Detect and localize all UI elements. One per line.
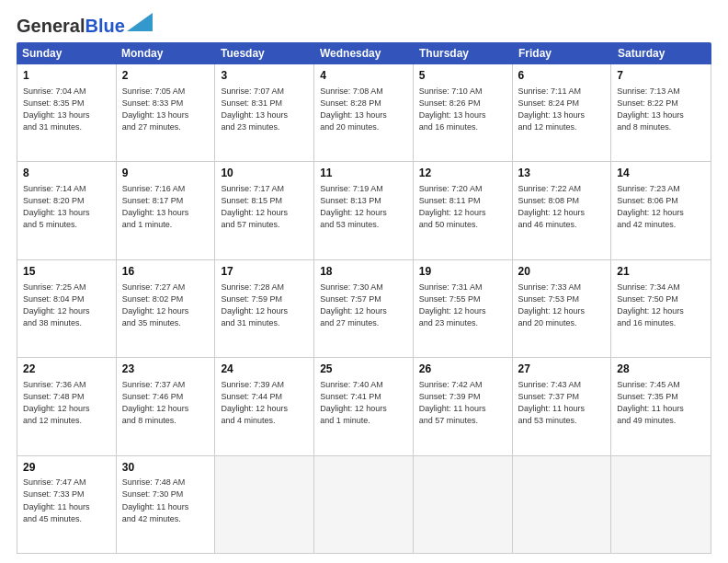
calendar-cell: 17Sunrise: 7:28 AM Sunset: 7:59 PM Dayli…	[215, 260, 314, 357]
day-info: Sunrise: 7:34 AM Sunset: 7:50 PM Dayligh…	[617, 282, 705, 329]
day-info: Sunrise: 7:07 AM Sunset: 8:31 PM Dayligh…	[221, 86, 308, 133]
calendar-cell: 30Sunrise: 7:48 AM Sunset: 7:30 PM Dayli…	[117, 456, 216, 553]
logo: GeneralBlue	[17, 17, 153, 35]
day-number: 25	[320, 362, 407, 377]
calendar-cell: 2Sunrise: 7:05 AM Sunset: 8:33 PM Daylig…	[117, 64, 216, 161]
day-number: 12	[419, 166, 506, 181]
day-number: 9	[122, 166, 210, 181]
day-number: 6	[518, 68, 606, 84]
calendar-cell: 29Sunrise: 7:47 AM Sunset: 7:33 PM Dayli…	[17, 456, 117, 553]
day-number: 20	[518, 264, 606, 280]
calendar-cell: 26Sunrise: 7:42 AM Sunset: 7:39 PM Dayli…	[414, 358, 513, 454]
calendar-cell	[314, 456, 414, 553]
calendar-cell	[611, 456, 711, 553]
day-info: Sunrise: 7:10 AM Sunset: 8:26 PM Dayligh…	[419, 86, 506, 133]
calendar-cell: 15Sunrise: 7:25 AM Sunset: 8:04 PM Dayli…	[17, 260, 117, 357]
calendar-cell: 1Sunrise: 7:04 AM Sunset: 8:35 PM Daylig…	[17, 64, 117, 161]
calendar-cell: 19Sunrise: 7:31 AM Sunset: 7:55 PM Dayli…	[414, 260, 513, 357]
calendar-cell: 5Sunrise: 7:10 AM Sunset: 8:26 PM Daylig…	[414, 64, 513, 161]
day-info: Sunrise: 7:36 AM Sunset: 7:48 PM Dayligh…	[23, 379, 110, 427]
header-friday: Friday	[513, 42, 612, 64]
day-number: 4	[320, 68, 407, 84]
day-info: Sunrise: 7:25 AM Sunset: 8:04 PM Dayligh…	[23, 282, 110, 329]
day-info: Sunrise: 7:23 AM Sunset: 8:06 PM Dayligh…	[617, 183, 705, 231]
calendar-cell: 13Sunrise: 7:22 AM Sunset: 8:08 PM Dayli…	[513, 162, 612, 259]
calendar-header: Sunday Monday Tuesday Wednesday Thursday…	[17, 42, 711, 64]
day-info: Sunrise: 7:43 AM Sunset: 7:37 PM Dayligh…	[518, 379, 606, 427]
day-number: 21	[617, 264, 705, 280]
header-wednesday: Wednesday	[314, 42, 414, 64]
calendar-cell: 22Sunrise: 7:36 AM Sunset: 7:48 PM Dayli…	[17, 358, 117, 454]
calendar-cell: 23Sunrise: 7:37 AM Sunset: 7:46 PM Dayli…	[117, 358, 216, 454]
calendar-cell: 18Sunrise: 7:30 AM Sunset: 7:57 PM Dayli…	[314, 260, 414, 357]
day-number: 17	[221, 264, 308, 280]
day-info: Sunrise: 7:20 AM Sunset: 8:11 PM Dayligh…	[419, 183, 506, 231]
calendar-cell: 27Sunrise: 7:43 AM Sunset: 7:37 PM Dayli…	[513, 358, 612, 454]
calendar-cell: 21Sunrise: 7:34 AM Sunset: 7:50 PM Dayli…	[611, 260, 711, 357]
day-number: 8	[23, 166, 110, 181]
calendar-cell	[513, 456, 612, 553]
day-number: 19	[419, 264, 506, 280]
calendar-cell: 8Sunrise: 7:14 AM Sunset: 8:20 PM Daylig…	[17, 162, 117, 259]
calendar-cell	[414, 456, 513, 553]
day-number: 23	[122, 362, 210, 377]
calendar-cell: 10Sunrise: 7:17 AM Sunset: 8:15 PM Dayli…	[215, 162, 314, 259]
header-thursday: Thursday	[414, 42, 513, 64]
day-number: 24	[221, 362, 308, 377]
calendar-cell: 14Sunrise: 7:23 AM Sunset: 8:06 PM Dayli…	[611, 162, 711, 259]
calendar-cell: 12Sunrise: 7:20 AM Sunset: 8:11 PM Dayli…	[414, 162, 513, 259]
day-info: Sunrise: 7:08 AM Sunset: 8:28 PM Dayligh…	[320, 86, 407, 133]
day-info: Sunrise: 7:05 AM Sunset: 8:33 PM Dayligh…	[122, 86, 210, 133]
calendar-cell: 11Sunrise: 7:19 AM Sunset: 8:13 PM Dayli…	[314, 162, 414, 259]
calendar-cell: 6Sunrise: 7:11 AM Sunset: 8:24 PM Daylig…	[513, 64, 612, 161]
calendar-cell: 4Sunrise: 7:08 AM Sunset: 8:28 PM Daylig…	[314, 64, 414, 161]
day-info: Sunrise: 7:11 AM Sunset: 8:24 PM Dayligh…	[518, 86, 606, 133]
day-number: 10	[221, 166, 308, 181]
calendar-body: 1Sunrise: 7:04 AM Sunset: 8:35 PM Daylig…	[17, 64, 711, 554]
header-monday: Monday	[116, 42, 215, 64]
day-info: Sunrise: 7:42 AM Sunset: 7:39 PM Dayligh…	[419, 379, 506, 427]
calendar-cell: 24Sunrise: 7:39 AM Sunset: 7:44 PM Dayli…	[215, 358, 314, 454]
day-info: Sunrise: 7:37 AM Sunset: 7:46 PM Dayligh…	[122, 379, 210, 427]
day-number: 1	[23, 68, 110, 84]
day-info: Sunrise: 7:45 AM Sunset: 7:35 PM Dayligh…	[617, 379, 705, 427]
day-number: 3	[221, 68, 308, 84]
calendar: Sunday Monday Tuesday Wednesday Thursday…	[17, 42, 711, 554]
day-info: Sunrise: 7:17 AM Sunset: 8:15 PM Dayligh…	[221, 183, 308, 231]
calendar-row: 29Sunrise: 7:47 AM Sunset: 7:33 PM Dayli…	[17, 456, 711, 553]
calendar-cell: 3Sunrise: 7:07 AM Sunset: 8:31 PM Daylig…	[215, 64, 314, 161]
calendar-cell: 25Sunrise: 7:40 AM Sunset: 7:41 PM Dayli…	[314, 358, 414, 454]
calendar-row: 22Sunrise: 7:36 AM Sunset: 7:48 PM Dayli…	[17, 358, 711, 455]
day-number: 11	[320, 166, 407, 181]
day-number: 16	[122, 264, 210, 280]
calendar-cell: 7Sunrise: 7:13 AM Sunset: 8:22 PM Daylig…	[611, 64, 711, 161]
day-info: Sunrise: 7:48 AM Sunset: 7:30 PM Dayligh…	[122, 477, 210, 524]
day-number: 5	[419, 68, 506, 84]
calendar-row: 8Sunrise: 7:14 AM Sunset: 8:20 PM Daylig…	[17, 162, 711, 259]
logo-general: General	[17, 16, 85, 36]
header-sunday: Sunday	[17, 42, 116, 64]
calendar-cell: 16Sunrise: 7:27 AM Sunset: 8:02 PM Dayli…	[117, 260, 216, 357]
page: GeneralBlue Sunday Monday Tuesday Wednes…	[0, 0, 728, 563]
day-info: Sunrise: 7:16 AM Sunset: 8:17 PM Dayligh…	[122, 183, 210, 231]
day-number: 27	[518, 362, 606, 377]
day-info: Sunrise: 7:47 AM Sunset: 7:33 PM Dayligh…	[23, 477, 110, 524]
calendar-cell: 9Sunrise: 7:16 AM Sunset: 8:17 PM Daylig…	[117, 162, 216, 259]
logo-icon	[127, 13, 153, 31]
header: GeneralBlue	[17, 17, 711, 35]
day-info: Sunrise: 7:22 AM Sunset: 8:08 PM Dayligh…	[518, 183, 606, 231]
header-saturday: Saturday	[612, 42, 711, 64]
calendar-row: 15Sunrise: 7:25 AM Sunset: 8:04 PM Dayli…	[17, 260, 711, 358]
day-info: Sunrise: 7:31 AM Sunset: 7:55 PM Dayligh…	[419, 282, 506, 329]
day-number: 22	[23, 362, 110, 377]
day-number: 18	[320, 264, 407, 280]
day-number: 14	[617, 166, 705, 181]
day-number: 15	[23, 264, 110, 280]
day-info: Sunrise: 7:14 AM Sunset: 8:20 PM Dayligh…	[23, 183, 110, 231]
day-number: 29	[23, 460, 110, 476]
day-number: 28	[617, 362, 705, 377]
day-info: Sunrise: 7:19 AM Sunset: 8:13 PM Dayligh…	[320, 183, 407, 231]
day-number: 30	[122, 460, 210, 476]
header-tuesday: Tuesday	[215, 42, 314, 64]
calendar-cell: 28Sunrise: 7:45 AM Sunset: 7:35 PM Dayli…	[611, 358, 711, 454]
